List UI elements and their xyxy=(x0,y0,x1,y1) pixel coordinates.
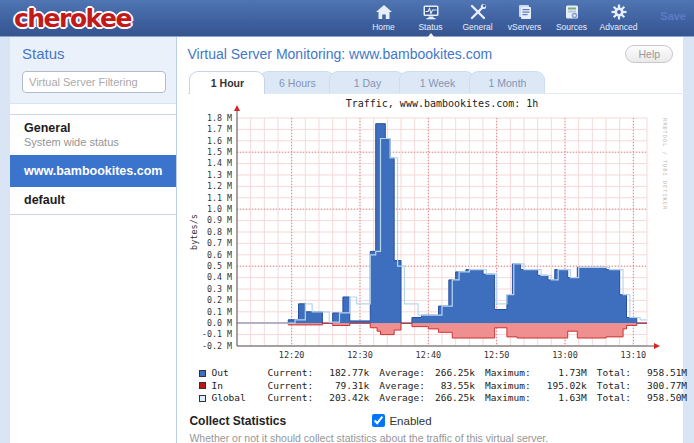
svg-text:0.4 M: 0.4 M xyxy=(207,272,232,282)
legend-col-label: Average: xyxy=(379,392,425,405)
enabled-checkbox[interactable] xyxy=(372,414,385,427)
sidebar-item-default[interactable]: default xyxy=(10,187,176,214)
svg-text:1.6 M: 1.6 M xyxy=(207,136,232,146)
nav-label: General xyxy=(462,22,492,32)
nav-item-general[interactable]: General xyxy=(454,0,501,37)
nav-item-advanced[interactable]: Advanced xyxy=(595,0,642,37)
main-nav: Home Status General xyxy=(360,0,642,37)
legend-col-label: Current: xyxy=(267,380,313,393)
sidebar-item-general[interactable]: General System wide status xyxy=(10,115,176,155)
legend-series-name: Global xyxy=(211,392,257,405)
svg-text:0.8 M: 0.8 M xyxy=(207,227,232,237)
enabled-checkbox-group: Enabled xyxy=(372,414,431,427)
sidebar-item-label: default xyxy=(24,193,162,207)
main-header: Virtual Server Monitoring: www.bambookit… xyxy=(187,43,687,65)
status-icon xyxy=(422,3,440,21)
nav-item-vservers[interactable]: vServers xyxy=(501,0,548,37)
top-navigation-bar: cherokee Home Status xyxy=(0,0,694,37)
svg-text:0.1 M: 0.1 M xyxy=(207,307,232,317)
legend-col-label: Current: xyxy=(267,367,313,380)
tab-1-hour[interactable]: 1 Hour xyxy=(189,71,265,94)
tools-icon xyxy=(469,3,487,21)
legend-value: 79.31k xyxy=(313,380,369,393)
svg-text:1.3 M: 1.3 M xyxy=(207,170,232,180)
status-sidebar: Status General System wide status www.ba… xyxy=(10,37,177,443)
out-swatch xyxy=(199,370,206,377)
nav-label: Home xyxy=(372,22,395,32)
main-panel: Virtual Server Monitoring: www.bambookit… xyxy=(177,37,687,443)
legend-value: 195.02k xyxy=(531,380,587,393)
legend-value: 1.63M xyxy=(531,392,587,405)
tab-1-week[interactable]: 1 Week xyxy=(399,71,475,93)
time-range-tabs: 1 Hour 6 Hours 1 Day 1 Week 1 Month xyxy=(187,71,687,94)
tab-1-day[interactable]: 1 Day xyxy=(329,71,405,93)
svg-text:1.4 M: 1.4 M xyxy=(207,158,232,168)
cherokee-logo: cherokee xyxy=(14,0,131,37)
legend-value: 182.77k xyxy=(313,367,369,380)
legend-row-global: Global Current: 203.42k Average: 266.25k… xyxy=(199,392,687,405)
home-icon xyxy=(375,3,393,21)
svg-text:0.5 M: 0.5 M xyxy=(207,261,232,271)
collect-statistics-label: Collect Statistics xyxy=(189,414,372,428)
collect-statistics-section: Collect Statistics Enabled Whether or no… xyxy=(187,414,687,443)
svg-text:12:50: 12:50 xyxy=(484,350,510,360)
svg-text:-0.1 M: -0.1 M xyxy=(202,329,232,339)
svg-text:1.8 M: 1.8 M xyxy=(207,113,232,123)
legend-value: 266.25k xyxy=(425,392,475,405)
sidebar-item-label: www.bambookites.com xyxy=(24,164,162,178)
svg-text:0.3 M: 0.3 M xyxy=(207,284,232,294)
traffic-chart-wrap: -0.2 M-0.1 M0.0 M0.1 M0.2 M0.3 M0.4 M0.5… xyxy=(187,96,687,405)
legend-value: 203.42k xyxy=(313,392,369,405)
legend-value: 958.51M xyxy=(631,367,687,380)
svg-text:-0.2 M: -0.2 M xyxy=(202,341,232,351)
legend-col-label: Average: xyxy=(379,367,425,380)
save-button[interactable]: Save xyxy=(660,10,686,22)
legend-value: 1.73M xyxy=(531,367,587,380)
legend-series-name: In xyxy=(211,380,257,393)
global-swatch xyxy=(199,395,206,402)
legend-col-label: Average: xyxy=(379,380,425,393)
content-card: Status General System wide status www.ba… xyxy=(10,37,683,443)
sources-icon xyxy=(563,3,581,21)
legend-col-label: Total: xyxy=(597,380,631,393)
svg-text:0.2 M: 0.2 M xyxy=(207,295,232,305)
svg-text:1.5 M: 1.5 M xyxy=(207,147,232,157)
nav-label: Advanced xyxy=(600,22,638,32)
tab-6-hours[interactable]: 6 Hours xyxy=(259,71,335,93)
enabled-label: Enabled xyxy=(389,415,431,427)
svg-text:12:20: 12:20 xyxy=(279,350,305,360)
svg-text:0.6 M: 0.6 M xyxy=(207,250,232,260)
nav-label: vServers xyxy=(508,22,542,32)
sidebar-header: Status xyxy=(10,37,176,104)
collect-statistics-description: Whether or not it should collect statist… xyxy=(189,432,687,443)
legend-value: 300.77M xyxy=(631,380,687,393)
nav-item-home[interactable]: Home xyxy=(360,0,407,37)
nav-item-sources[interactable]: Sources xyxy=(548,0,595,37)
nav-label: Sources xyxy=(556,22,587,32)
legend-col-label: Total: xyxy=(597,392,631,405)
tab-1-month[interactable]: 1 Month xyxy=(469,71,545,93)
legend-col-label: Maximum: xyxy=(485,392,531,405)
svg-text:1.7 M: 1.7 M xyxy=(207,124,232,134)
nav-label: Status xyxy=(418,22,442,32)
legend-col-label: Maximum: xyxy=(485,380,531,393)
sidebar-item-www-bambookites[interactable]: www.bambookites.com xyxy=(10,155,176,187)
vservers-icon xyxy=(516,3,534,21)
legend-value: 266.25k xyxy=(425,367,475,380)
svg-text:Traffic, www.bambookites.com:: Traffic, www.bambookites.com: 1h xyxy=(346,98,539,109)
help-button[interactable]: Help xyxy=(625,45,673,63)
svg-text:0.0 M: 0.0 M xyxy=(207,318,232,328)
virtual-server-filter-input[interactable] xyxy=(22,71,166,93)
legend-col-label: Total: xyxy=(597,367,631,380)
nav-item-status[interactable]: Status xyxy=(407,0,454,37)
sidebar-item-sublabel: System wide status xyxy=(24,136,162,148)
svg-text:0.9 M: 0.9 M xyxy=(207,215,232,225)
svg-text:1.0 M: 1.0 M xyxy=(207,204,232,214)
svg-text:12:40: 12:40 xyxy=(416,350,442,360)
svg-text:RRDTOOL / TOBI OETIKER: RRDTOOL / TOBI OETIKER xyxy=(662,118,668,210)
svg-text:0.7 M: 0.7 M xyxy=(207,238,232,248)
legend-row-in: In Current: 79.31k Average: 83.55k Maxim… xyxy=(199,380,687,393)
svg-text:12:30: 12:30 xyxy=(348,350,374,360)
virtual-server-list: General System wide status www.bambookit… xyxy=(10,114,176,215)
legend-series-name: Out xyxy=(211,367,257,380)
